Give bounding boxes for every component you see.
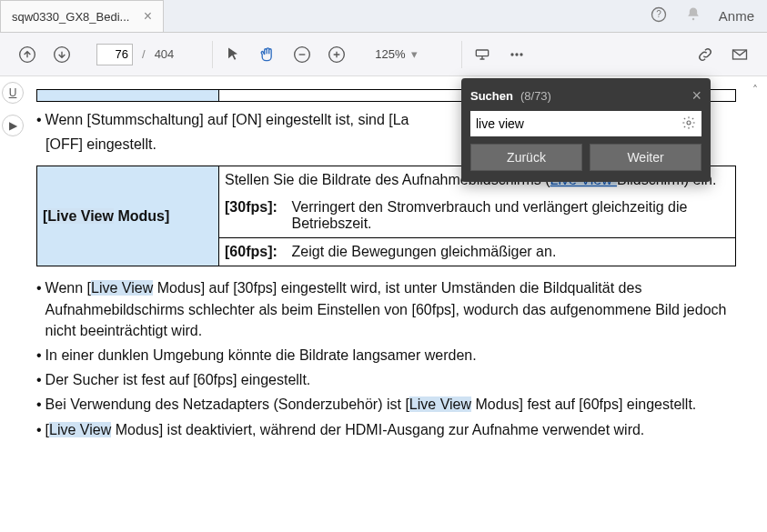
bell-icon[interactable]: [684, 5, 702, 26]
zoom-in-icon[interactable]: [322, 40, 351, 69]
toolbar-divider: [212, 41, 213, 68]
close-icon[interactable]: ×: [144, 8, 152, 25]
mode-cell: [Live View Modus]: [37, 166, 219, 266]
svg-text:?: ?: [656, 9, 661, 19]
page-total: 404: [155, 47, 175, 61]
close-icon[interactable]: ×: [691, 87, 701, 104]
help-icon[interactable]: ?: [650, 5, 668, 26]
page-separator: /: [142, 47, 146, 61]
find-panel: Suchen (8/73) × Zurück Weiter: [461, 78, 711, 182]
hand-tool-icon[interactable]: [253, 40, 282, 69]
svg-point-12: [687, 121, 691, 125]
find-title: Suchen: [470, 89, 513, 103]
bullet-item: In einer dunklen Umgebung könnte die Bil…: [36, 345, 736, 366]
page-number-input[interactable]: [96, 44, 133, 65]
fps-label: [30fps]:: [219, 194, 287, 238]
bullet-item: Der Sucher ist fest auf [60fps] eingeste…: [36, 369, 736, 390]
find-prev-button[interactable]: Zurück: [470, 144, 582, 171]
svg-rect-7: [476, 50, 488, 56]
svg-point-9: [515, 53, 518, 55]
find-next-button[interactable]: Weiter: [590, 144, 701, 171]
document-tab[interactable]: sqw0330_GX8_Bedi... ×: [0, 0, 164, 32]
bullet-item: [Live View Modus] ist deaktiviert, währe…: [36, 419, 736, 440]
svg-point-10: [520, 53, 522, 55]
mail-icon[interactable]: [725, 40, 754, 69]
pointer-tool-icon[interactable]: [218, 40, 247, 69]
toolbar: / 404 125% ▾: [0, 33, 767, 76]
toolbar-divider: [461, 41, 462, 68]
tab-title: sqw0330_GX8_Bedi...: [12, 10, 129, 24]
svg-point-8: [510, 53, 513, 55]
keyboard-icon[interactable]: [468, 40, 497, 69]
link-icon[interactable]: [691, 40, 720, 69]
fps-desc: Verringert den Stromverbrauch und verlän…: [287, 194, 736, 238]
login-link[interactable]: Anme: [719, 8, 754, 24]
find-input[interactable]: [476, 114, 676, 134]
zoom-value: 125%: [375, 47, 405, 61]
zoom-out-icon[interactable]: [288, 40, 317, 69]
find-count: (8/73): [520, 89, 551, 103]
bullet-item: Wenn [Live View Modus] auf [30fps] einge…: [36, 277, 736, 341]
chevron-down-icon: ▾: [411, 47, 418, 61]
zoom-select[interactable]: 125% ▾: [369, 44, 422, 65]
fps-label: [60fps]:: [219, 238, 287, 266]
gear-icon[interactable]: [681, 115, 696, 133]
svg-point-2: [692, 18, 695, 21]
top-right-controls: ? Anme: [650, 5, 754, 26]
scroll-up-icon[interactable]: [13, 40, 42, 69]
more-icon[interactable]: [502, 40, 531, 69]
bullet-item: Bei Verwendung des Netzadapters (Sonderz…: [36, 394, 736, 415]
scroll-down-icon[interactable]: [47, 40, 76, 69]
fps-desc: Zeigt die Bewegungen gleichmäßiger an.: [287, 238, 736, 266]
